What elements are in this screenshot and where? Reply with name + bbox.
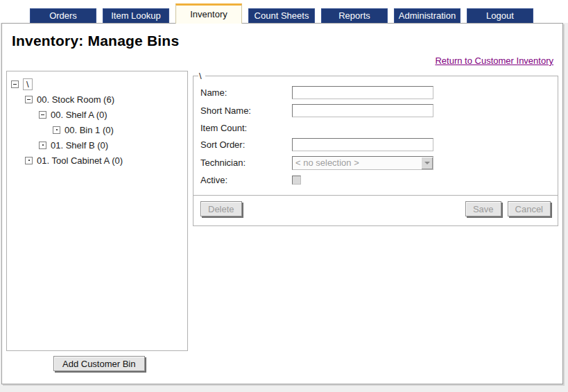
chevron-down-icon (424, 162, 430, 164)
technician-select[interactable]: < no selection > (292, 156, 433, 170)
sort-order-field[interactable] (292, 138, 433, 151)
tree-item-root[interactable]: \ (8, 76, 186, 92)
tree-collapse-icon[interactable] (11, 80, 19, 88)
delete-button[interactable]: Delete (200, 201, 242, 216)
tree-item-label: 00. Bin 1 (0) (64, 125, 114, 135)
tab-count-sheets[interactable]: Count Sheets (248, 8, 315, 23)
bin-form-legend: \ (198, 71, 205, 81)
active-label: Active: (200, 175, 292, 185)
tree-leaf-icon[interactable] (53, 126, 60, 134)
page-title: Inventory: Manage Bins (12, 33, 554, 49)
tree-collapse-icon[interactable] (25, 96, 33, 103)
technician-selected-value: < no selection > (293, 157, 421, 168)
tree-item-label: 00. Shelf A (0) (51, 110, 107, 120)
tree-item-stock-room[interactable]: 00. Stock Room (6) (8, 92, 186, 107)
short-name-label: Short Name: (200, 105, 292, 116)
tree-item-label: 00. Stock Room (6) (37, 94, 114, 105)
tree-item-label: 01. Shelf B (0) (51, 140, 108, 151)
tree-item-shelf-b[interactable]: 01. Shelf B (0) (8, 137, 186, 153)
add-customer-bin-button[interactable]: Add Customer Bin (53, 356, 145, 371)
tab-bar: Orders Item Lookup Inventory Count Sheet… (0, 0, 568, 23)
dropdown-button[interactable] (421, 157, 433, 169)
tree-item-label: \ (23, 78, 33, 90)
active-checkbox[interactable] (292, 176, 301, 185)
item-count-label: Item Count: (200, 123, 292, 133)
tab-item-lookup[interactable]: Item Lookup (103, 8, 169, 23)
tree-leaf-icon[interactable] (25, 157, 33, 164)
bin-form: \ Name: Short Name: Item Count: Sort Ord… (193, 71, 558, 196)
name-label: Name: (200, 87, 292, 98)
tree-item-tool-cabinet-a[interactable]: 01. Tool Cabinet A (0) (8, 153, 186, 168)
save-button[interactable]: Save (465, 201, 501, 216)
sort-order-label: Sort Order: (200, 139, 292, 150)
tree-leaf-icon[interactable] (39, 142, 46, 149)
tab-inventory[interactable]: Inventory (175, 3, 242, 24)
tab-administration[interactable]: Administration (394, 8, 461, 23)
main-panel: Inventory: Manage Bins Return to Custome… (1, 23, 563, 384)
bin-tree-panel: \ 00. Stock Room (6) 00. Shelf A (0) 00.… (6, 71, 188, 351)
tree-item-label: 01. Tool Cabinet A (0) (37, 155, 123, 166)
cancel-button[interactable]: Cancel (508, 201, 551, 216)
tree-item-shelf-a[interactable]: 00. Shelf A (0) (8, 107, 186, 122)
tab-orders[interactable]: Orders (30, 8, 96, 23)
tree-item-bin-1[interactable]: 00. Bin 1 (0) (8, 122, 186, 137)
short-name-field[interactable] (292, 104, 433, 117)
form-button-bar: Delete Save Cancel (193, 196, 558, 226)
tab-logout[interactable]: Logout (467, 8, 533, 23)
bin-detail-panel: \ Name: Short Name: Item Count: Sort Ord… (193, 71, 558, 226)
name-field[interactable] (292, 86, 433, 99)
return-to-customer-inventory-link[interactable]: Return to Customer Inventory (435, 56, 553, 66)
technician-label: Technician: (200, 157, 292, 168)
tab-reports[interactable]: Reports (321, 8, 388, 23)
tree-collapse-icon[interactable] (39, 111, 46, 119)
